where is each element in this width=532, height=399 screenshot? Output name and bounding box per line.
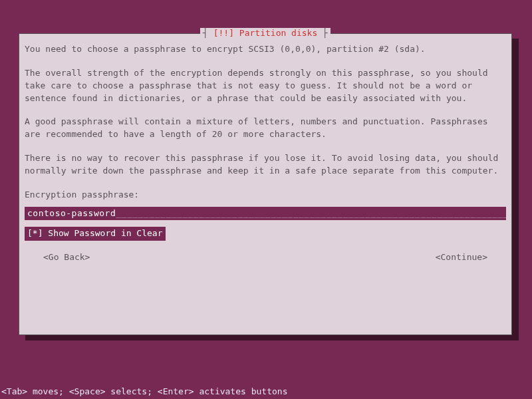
nav-row: <Go Back> <Continue> — [25, 251, 506, 264]
go-back-button[interactable]: <Go Back> — [43, 251, 90, 264]
intro-text-1: You need to choose a passphrase to encry… — [25, 43, 506, 56]
show-password-checkbox: [*] — [27, 228, 43, 238]
intro-text-4: There is no way to recover this passphra… — [25, 152, 506, 178]
keybinding-hint: <Tab> moves; <Space> selects; <Enter> ac… — [0, 386, 289, 396]
passphrase-value: contoso-password — [27, 208, 116, 218]
show-password-toggle[interactable]: [*] Show Password in Clear — [25, 227, 166, 241]
passphrase-input[interactable]: contoso-password________________________… — [25, 207, 506, 221]
intro-text-2: The overall strength of the encryption d… — [25, 67, 506, 105]
intro-text-3: A good passphrase will contain a mixture… — [25, 116, 506, 141]
passphrase-prompt-label: Encryption passphrase: — [25, 189, 506, 201]
passphrase-fill: ________________________________________… — [116, 208, 506, 218]
continue-button[interactable]: <Continue> — [436, 251, 487, 264]
dialog-body: You need to choose a passphrase to encry… — [19, 34, 511, 269]
partition-disks-dialog: ┤ [!!] Partition disks ├ You need to cho… — [19, 33, 512, 335]
show-password-label: Show Password in Clear — [48, 228, 162, 238]
